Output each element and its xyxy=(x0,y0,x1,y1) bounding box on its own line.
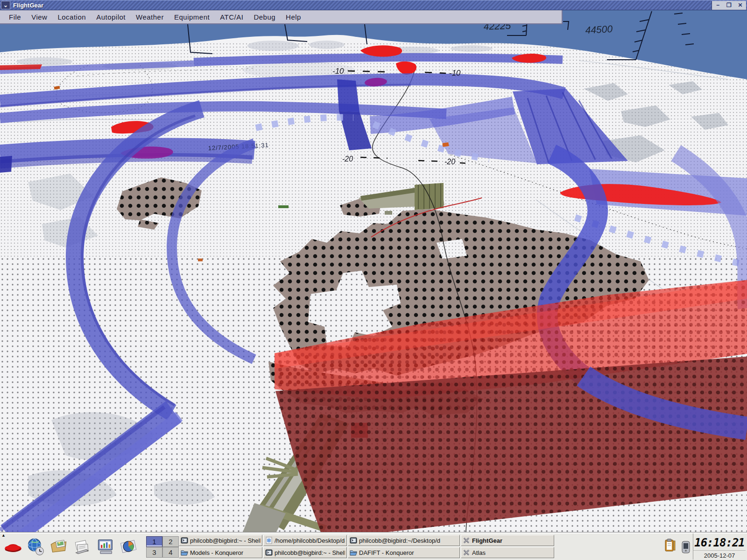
task-flightgear[interactable]: FlightGear xyxy=(461,535,554,546)
menu-file[interactable]: File xyxy=(4,13,26,21)
task-shell-2[interactable]: philcobb@bigbird:~/Desktop/d xyxy=(348,535,460,546)
system-monitor-launcher[interactable] xyxy=(96,537,115,556)
window-controls: − ❐ ✕ xyxy=(712,1,746,10)
documents-pen-icon xyxy=(73,537,92,556)
task-label: Models - Konqueror xyxy=(190,549,243,556)
svg-text:-20: -20 xyxy=(444,158,455,166)
pager-desktop-3[interactable]: 3 xyxy=(146,547,162,558)
flightgear-window-icon[interactable]: ⌄ xyxy=(1,1,10,9)
browser-launcher[interactable] xyxy=(26,537,45,556)
pager-desktop-2[interactable]: 2 xyxy=(162,536,179,547)
panel-clock[interactable]: 16:18:21 2005-12-07 xyxy=(693,533,746,560)
close-button[interactable]: ✕ xyxy=(735,2,745,9)
task-atlas[interactable]: Atlas xyxy=(461,547,554,558)
folder-open-icon xyxy=(181,549,188,556)
svg-text:-10: -10 xyxy=(449,69,461,77)
pda-device-icon xyxy=(681,541,691,554)
desktop-pager: 1 2 3 4 xyxy=(146,536,179,558)
window-title: FlightGear xyxy=(13,2,43,9)
pie-chart-map-icon xyxy=(119,537,137,556)
menu-view[interactable]: View xyxy=(26,13,52,21)
menu-equipment[interactable]: Equipment xyxy=(169,13,215,21)
task-label: philcobb@bigbird:~ - Shell - K xyxy=(275,549,345,556)
desktop: 12/7/2005 18:51:31 xyxy=(0,0,747,560)
task-label: DAFIFT - Konqueror xyxy=(359,549,414,556)
task-label: /home/philcobb/Desktop/dafif- xyxy=(275,537,345,544)
konsole-icon xyxy=(350,537,357,544)
svg-text:44500: 44500 xyxy=(585,23,613,35)
task-label: Atlas xyxy=(472,549,486,556)
menu-location[interactable]: Location xyxy=(52,13,91,21)
x11-icon xyxy=(463,549,470,556)
klipper-tray-icon[interactable] xyxy=(663,538,677,556)
menu-debug[interactable]: Debug xyxy=(248,13,281,21)
home-folder-launcher[interactable] xyxy=(49,537,68,556)
svg-text:-20: -20 xyxy=(342,155,353,163)
konqueror-file-icon xyxy=(265,537,273,544)
task-models-konqueror[interactable]: Models - Konqueror xyxy=(179,547,262,558)
clock-date: 2005-12-07 xyxy=(693,552,746,559)
task-dafift-konqueror[interactable]: DAFIFT - Konqueror xyxy=(348,547,460,558)
pager-desktop-1[interactable]: 1 xyxy=(146,536,162,547)
task-label: FlightGear xyxy=(472,537,502,544)
clipboard-icon xyxy=(663,538,677,554)
menu-autopilot[interactable]: Autopilot xyxy=(91,13,131,21)
menu-help[interactable]: Help xyxy=(281,13,306,21)
folder-open-icon xyxy=(350,549,357,556)
menu-atc-ai[interactable]: ATC/AI xyxy=(215,13,248,21)
task-label: philcobb@bigbird:~ - Shell - K xyxy=(190,537,261,544)
task-shell-3[interactable]: philcobb@bigbird:~ - Shell - K xyxy=(263,547,347,558)
window-titlebar[interactable]: ⌄ FlightGear − ❐ ✕ xyxy=(0,0,747,10)
chart-app-launcher[interactable] xyxy=(119,537,137,556)
folder-image-icon xyxy=(49,537,68,556)
kmenu-launcher[interactable] xyxy=(4,537,22,556)
konsole-icon xyxy=(181,537,188,544)
menu-weather[interactable]: Weather xyxy=(131,13,169,21)
flightgear-3d-view: 12/7/2005 18:51:31 xyxy=(0,10,747,532)
kde-panel: ▲ xyxy=(0,532,747,560)
task-label: philcobb@bigbird:~/Desktop/d xyxy=(359,537,440,544)
x11-icon xyxy=(463,537,470,544)
maximize-button[interactable]: ❐ xyxy=(724,2,734,9)
menu-bar: File View Location Autopilot Weather Equ… xyxy=(0,10,563,24)
clock-time: 16:18:21 xyxy=(693,536,746,551)
monitor-chart-icon xyxy=(96,537,115,556)
pager-desktop-4[interactable]: 4 xyxy=(162,547,179,558)
konsole-icon xyxy=(265,549,273,556)
redhat-icon xyxy=(4,537,22,556)
svg-text:-10: -10 xyxy=(332,67,344,76)
documents-launcher[interactable] xyxy=(73,537,92,556)
pda-tray-icon[interactable] xyxy=(681,541,691,556)
task-konqueror-path[interactable]: /home/philcobb/Desktop/dafif- xyxy=(263,535,347,546)
globe-clock-icon xyxy=(26,537,45,556)
task-shell-1[interactable]: philcobb@bigbird:~ - Shell - K xyxy=(179,535,262,546)
minimize-button[interactable]: − xyxy=(713,2,723,9)
